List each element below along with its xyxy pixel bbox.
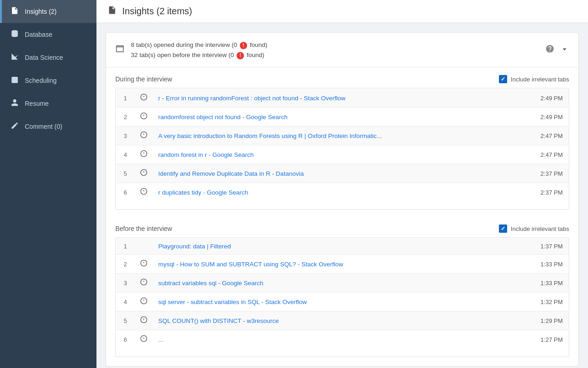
row-icon-col [135, 293, 153, 311]
row-number: 3 [116, 274, 135, 293]
row-time: 1:37 PM [532, 238, 569, 255]
chevron-down-icon[interactable] [560, 45, 569, 56]
sidebar-item-database-label: Database [25, 31, 52, 38]
insights-card: 8 tab(s) opened during the interview (0 … [106, 32, 579, 367]
row-icon-col [135, 164, 153, 183]
row-number: 1 [116, 89, 135, 108]
during-tabs-table: 1 r - Error in running randomForest : ob… [116, 88, 569, 202]
row-time: 1:29 PM [532, 311, 569, 330]
table-row: 6 r duplicates tidy - Google Search 2:37… [116, 183, 569, 202]
row-title[interactable]: Playground: data | Filtered [153, 238, 532, 255]
page-header: Insights (2 items) [96, 0, 588, 23]
row-time: 1:33 PM [532, 255, 569, 274]
table-row: 2 randomforest object not found - Google… [116, 108, 569, 126]
row-time: 1:32 PM [532, 293, 569, 311]
row-number: 2 [116, 108, 135, 126]
row-number: 5 [116, 311, 135, 330]
row-title[interactable]: mysql - How to SUM and SUBTRACT using SQ… [153, 255, 532, 274]
sidebar-item-database[interactable]: Database [0, 23, 96, 46]
row-number: 3 [116, 126, 135, 145]
sidebar-item-scheduling-label: Scheduling [25, 77, 57, 84]
card-header: 8 tab(s) opened during the interview (0 … [106, 33, 578, 68]
before-section-title: Before the interview [115, 225, 172, 232]
sidebar-item-data-science-label: Data Science [25, 54, 63, 61]
summary-line2: 32 tab(s) open before the interview (0 !… [131, 50, 539, 60]
during-section: During the interview Include irrelevant … [106, 68, 578, 210]
row-title[interactable]: Identify and Remove Duplicate Data in R … [153, 164, 532, 183]
row-title[interactable]: r - Error in running randomForest : obje… [153, 89, 532, 108]
sidebar-item-resume[interactable]: Resume [0, 92, 96, 115]
row-title[interactable]: ... [153, 330, 532, 349]
row-icon-col [135, 89, 153, 108]
table-row: 5 SQL COUNT() with DISTINCT - w3resource… [116, 311, 569, 330]
sidebar-item-insights-label: Insights (2) [25, 8, 57, 15]
row-icon-col [135, 330, 153, 349]
row-title[interactable]: sql server - subtract variables in SQL -… [153, 293, 532, 311]
row-icon-col [135, 311, 153, 330]
table-row: 2 mysql - How to SUM and SUBTRACT using … [116, 255, 569, 274]
during-tabs-list[interactable]: 1 r - Error in running randomForest : ob… [115, 88, 569, 210]
sidebar-item-insights[interactable]: Insights (2) [0, 0, 96, 23]
sidebar: Insights (2) Database Data Science Sched… [0, 0, 96, 368]
before-tabs-table: 1 Playground: data | Filtered 1:37 PM 2 … [116, 238, 569, 349]
sidebar-item-scheduling[interactable]: Scheduling [0, 69, 96, 92]
row-time: 2:49 PM [532, 89, 569, 108]
table-row: 6 ... 1:27 PM [116, 330, 569, 349]
row-title[interactable]: subtract variables sql - Google Search [153, 274, 532, 293]
row-title[interactable]: SQL COUNT() with DISTINCT - w3resource [153, 311, 532, 330]
during-include-label: Include irrelevant tabs [511, 76, 569, 83]
sidebar-item-comment[interactable]: Comment (0) [0, 115, 96, 138]
card-actions [545, 44, 569, 56]
during-section-header: During the interview Include irrelevant … [115, 75, 569, 83]
summary-line1: 8 tab(s) opened during the interview (0 … [131, 40, 539, 50]
row-time: 2:49 PM [532, 108, 569, 126]
sidebar-item-comment-label: Comment (0) [25, 123, 62, 130]
before-section: Before the interview Include irrelevant … [106, 217, 578, 357]
row-number: 5 [116, 164, 135, 183]
table-row: 1 Playground: data | Filtered 1:37 PM [116, 238, 569, 255]
table-row: 5 Identify and Remove Duplicate Data in … [116, 164, 569, 183]
row-icon-col [135, 145, 153, 164]
database-icon [10, 29, 19, 40]
svg-rect-1 [11, 77, 18, 83]
page-icon [107, 6, 117, 17]
data-science-icon [10, 52, 19, 63]
card-summary-text: 8 tab(s) opened during the interview (0 … [131, 40, 539, 60]
during-include-checkbox[interactable] [499, 75, 507, 83]
row-time: 2:47 PM [532, 145, 569, 164]
table-row: 1 r - Error in running randomForest : ob… [116, 89, 569, 108]
row-number: 4 [116, 293, 135, 311]
row-icon-col [135, 108, 153, 126]
resume-icon [10, 98, 19, 109]
comment-icon [10, 121, 19, 132]
row-number: 6 [116, 183, 135, 202]
row-time: 2:37 PM [532, 164, 569, 183]
row-number: 4 [116, 145, 135, 164]
row-time: 2:37 PM [532, 183, 569, 202]
browser-tab-icon [115, 44, 124, 56]
row-icon-col [135, 255, 153, 274]
insights-icon [10, 6, 19, 17]
table-row: 3 subtract variables sql - Google Search… [116, 274, 569, 293]
row-icon-col [135, 274, 153, 293]
during-section-title: During the interview [115, 75, 172, 83]
row-icon-col [135, 126, 153, 145]
row-time: 1:27 PM [532, 330, 569, 349]
before-section-header: Before the interview Include irrelevant … [115, 224, 569, 233]
sidebar-item-resume-label: Resume [25, 100, 49, 107]
before-include-checkbox[interactable] [499, 224, 507, 233]
row-title[interactable]: r duplicates tidy - Google Search [153, 183, 532, 202]
sidebar-item-data-science[interactable]: Data Science [0, 46, 96, 69]
error-badge-1: ! [240, 42, 247, 49]
row-icon-col [135, 238, 153, 255]
row-title[interactable]: random forest in r - Google Search [153, 145, 532, 164]
row-title[interactable]: A very basic introduction to Random Fore… [153, 126, 532, 145]
before-tabs-list[interactable]: 1 Playground: data | Filtered 1:37 PM 2 … [115, 237, 569, 357]
main-content: Insights (2 items) 8 tab(s) opened durin… [96, 0, 588, 368]
table-row: 4 random forest in r - Google Search 2:4… [116, 145, 569, 164]
page-title: Insights (2 items) [122, 6, 192, 17]
help-icon[interactable] [545, 44, 554, 56]
before-include-irrelevant: Include irrelevant tabs [499, 224, 569, 233]
row-time: 1:33 PM [532, 274, 569, 293]
row-title[interactable]: randomforest object not found - Google S… [153, 108, 532, 126]
